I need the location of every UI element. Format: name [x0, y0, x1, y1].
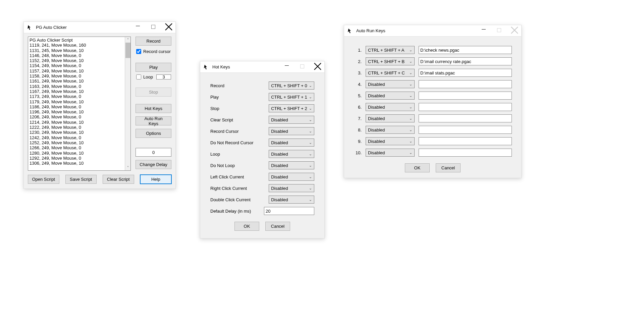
clear-script-button[interactable]: Clear Script	[103, 175, 134, 184]
ok-button[interactable]: OK	[234, 222, 259, 231]
scroll-thumb[interactable]	[125, 43, 130, 58]
minimize-button[interactable]	[134, 24, 142, 31]
script-line[interactable]: 1167, 249, Move Mouse, 10	[30, 89, 129, 94]
script-line[interactable]: 1196, 249, Move Mouse, 10	[30, 109, 129, 114]
script-line[interactable]: 1292, 249, Move Mouse, 0	[30, 156, 129, 161]
hotkey-combo[interactable]: Disabled⌄	[269, 173, 314, 181]
minimize-button[interactable]	[283, 63, 291, 70]
change-delay-button[interactable]: Change Delay	[136, 160, 171, 169]
script-line[interactable]: 1252, 249, Move Mouse, 10	[30, 140, 129, 145]
autorun-key-combo[interactable]: Disabled⌄	[366, 80, 415, 88]
script-line[interactable]: 1179, 249, Move Mouse, 10	[30, 99, 129, 104]
default-delay-input[interactable]	[264, 207, 314, 215]
chevron-down-icon: ⌄	[309, 95, 312, 99]
autorun-path-input[interactable]	[419, 69, 512, 77]
help-button[interactable]: Help	[140, 175, 172, 184]
autorun-path-input[interactable]	[419, 137, 512, 145]
loop-input[interactable]	[136, 74, 141, 79]
autorun-path-input[interactable]	[419, 92, 512, 100]
cancel-button[interactable]: Cancel	[265, 222, 290, 231]
close-button[interactable]	[165, 23, 173, 32]
delay-input[interactable]	[136, 148, 171, 157]
script-line[interactable]: 1266, 249, Move Mouse, 0	[30, 145, 129, 150]
row-number: 6.	[354, 105, 362, 110]
autorun-key-combo[interactable]: Disabled⌄	[366, 149, 415, 157]
play-button[interactable]: Play	[136, 63, 171, 72]
autorun-path-input[interactable]	[419, 57, 512, 65]
script-line[interactable]: 1146, 248, Move Mouse, 0	[30, 53, 129, 58]
hotkey-label: Left Click Current	[210, 174, 262, 179]
autorun-key-combo[interactable]: Disabled⌄	[366, 114, 415, 122]
script-line[interactable]: 1306, 249, Move Mouse, 10	[30, 161, 129, 166]
row-number: 1.	[354, 48, 362, 53]
script-listbox[interactable]: PG Auto Clicker Script1119, 241, Move Mo…	[28, 37, 131, 171]
loop-checkbox[interactable]: Loop	[136, 74, 171, 79]
autorun-key-combo[interactable]: Disabled⌄	[366, 126, 415, 134]
script-line[interactable]: 1158, 249, Move Mouse, 0	[30, 73, 129, 78]
autorun-key-combo[interactable]: Disabled⌄	[366, 92, 415, 100]
autorun-key-combo[interactable]: Disabled⌄	[366, 137, 415, 145]
autorun-path-input[interactable]	[419, 149, 512, 157]
script-line[interactable]: 1186, 249, Move Mouse, 0	[30, 104, 129, 109]
scroll-down-icon[interactable]: ˅	[125, 165, 130, 170]
script-line[interactable]: PG Auto Clicker Script	[30, 38, 129, 43]
scrollbar[interactable]: ˄ ˅	[125, 37, 130, 170]
hotkey-combo[interactable]: Disabled⌄	[269, 196, 314, 204]
autorun-path-input[interactable]	[419, 46, 512, 54]
hotkey-combo[interactable]: Disabled⌄	[269, 139, 314, 147]
hotkey-combo[interactable]: CTRL + SHIFT + 2⌄	[269, 104, 314, 112]
main-window: PG Auto Clicker PG Auto Clicker Script11…	[23, 21, 176, 189]
script-line[interactable]: 1206, 249, Move Mouse, 0	[30, 114, 129, 119]
script-line[interactable]: 1163, 249, Move Mouse, 0	[30, 84, 129, 89]
cancel-button[interactable]: Cancel	[436, 163, 461, 172]
hotkey-combo[interactable]: Disabled⌄	[269, 184, 314, 192]
hotkey-combo[interactable]: Disabled⌄	[269, 150, 314, 158]
options-button[interactable]: Options	[136, 129, 171, 138]
hotkey-combo[interactable]: Disabled⌄	[269, 127, 314, 135]
script-line[interactable]: 1161, 249, Move Mouse, 10	[30, 78, 129, 84]
autorun-path-input[interactable]	[419, 114, 512, 122]
chevron-down-icon: ⌄	[309, 84, 312, 88]
close-button[interactable]	[314, 62, 322, 71]
hotkey-combo[interactable]: Disabled⌄	[269, 161, 314, 169]
script-line[interactable]: 1157, 249, Move Mouse, 10	[30, 68, 129, 73]
hotkey-label: Stop	[210, 106, 262, 111]
ok-button[interactable]: OK	[405, 163, 430, 172]
hotkey-combo[interactable]: CTRL + SHIFT + 1⌄	[269, 93, 314, 101]
chevron-down-icon: ⌄	[309, 186, 312, 191]
script-line[interactable]: 1173, 249, Move Mouse, 0	[30, 94, 129, 99]
script-line[interactable]: 1214, 249, Move Mouse, 10	[30, 120, 129, 125]
hotkey-combo[interactable]: Disabled⌄	[269, 116, 314, 124]
script-line[interactable]: 1152, 249, Move Mouse, 10	[30, 58, 129, 63]
autorunkeys-button[interactable]: Auto Run Keys	[136, 116, 171, 125]
close-button[interactable]	[511, 26, 519, 35]
script-line[interactable]: 1131, 245, Move Mouse, 10	[30, 48, 129, 53]
autorun-key-combo[interactable]: CTRL + SHIFT + A⌄	[366, 46, 415, 54]
record-button[interactable]: Record	[136, 37, 171, 46]
loop-count-input[interactable]	[156, 74, 171, 79]
script-line[interactable]: 1119, 241, Move Mouse, 160	[30, 43, 129, 48]
autorun-path-input[interactable]	[419, 80, 512, 88]
record-cursor-checkbox[interactable]: Record cursor	[136, 49, 171, 54]
open-script-button[interactable]: Open Script	[28, 175, 59, 184]
autorun-path-input[interactable]	[419, 103, 512, 111]
minimize-button[interactable]	[480, 27, 488, 34]
script-line[interactable]: 1242, 249, Move Mouse, 0	[30, 135, 129, 140]
maximize-button[interactable]	[149, 25, 157, 30]
script-line[interactable]: 1230, 249, Move Mouse, 10	[30, 130, 129, 135]
autorun-path-input[interactable]	[419, 126, 512, 134]
hotkey-combo[interactable]: CTRL + SHIFT + 0⌄	[269, 82, 314, 90]
record-cursor-input[interactable]	[136, 49, 141, 54]
scroll-up-icon[interactable]: ˄	[125, 37, 130, 43]
save-script-button[interactable]: Save Script	[65, 175, 97, 184]
script-line[interactable]: 1222, 249, Move Mouse, 0	[30, 125, 129, 130]
titlebar: PG Auto Clicker	[24, 22, 175, 33]
script-line[interactable]: 1280, 249, Move Mouse, 10	[30, 151, 129, 156]
autorun-key-combo[interactable]: Disabled⌄	[366, 103, 415, 111]
script-line[interactable]: 1154, 249, Move Mouse, 0	[30, 63, 129, 68]
hotkeys-button[interactable]: Hot Keys	[136, 104, 171, 113]
autorun-key-combo[interactable]: CTRL + SHIFT + B⌄	[366, 57, 415, 65]
hotkey-label: Record	[210, 83, 262, 88]
app-icon	[347, 28, 354, 34]
autorun-key-combo[interactable]: CTRL + SHIFT + C⌄	[366, 69, 415, 77]
